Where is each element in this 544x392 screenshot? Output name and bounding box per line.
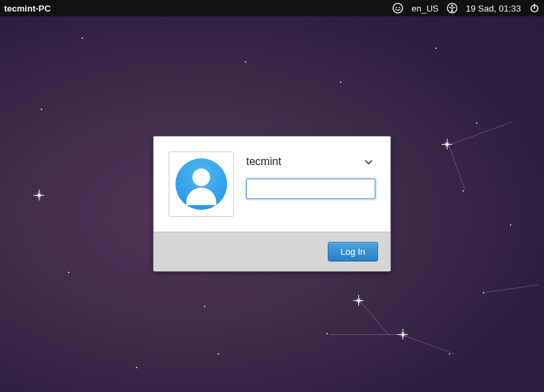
language-label: en_US — [411, 3, 439, 14]
clock-indicator[interactable]: 19 Sad, 01:33 — [466, 3, 521, 14]
password-input[interactable] — [246, 179, 375, 199]
accessibility-icon[interactable] — [447, 3, 458, 14]
svg-point-0 — [393, 3, 403, 13]
hostname-label: tecmint-PC — [4, 3, 51, 14]
user-avatar-frame — [169, 152, 234, 217]
username-label: tecmint — [246, 156, 282, 168]
svg-point-2 — [398, 7, 400, 8]
login-bottom-bar: Log In — [154, 232, 390, 271]
indicator-desktop-icon[interactable] — [392, 3, 403, 14]
power-icon[interactable] — [529, 3, 540, 14]
login-dialog: tecmint Log In — [153, 136, 391, 272]
language-indicator[interactable]: en_US — [411, 3, 439, 14]
user-avatar-icon — [175, 158, 227, 210]
login-top-section: tecmint — [154, 137, 390, 232]
svg-point-1 — [396, 7, 397, 8]
top-panel: tecmint-PC en_US 19 Sad, 01:33 — [0, 0, 544, 16]
login-button[interactable]: Log In — [328, 242, 378, 262]
svg-point-4 — [452, 5, 454, 7]
username-selector[interactable]: tecmint — [246, 152, 375, 171]
datetime-label: 19 Sad, 01:33 — [466, 3, 521, 14]
login-fields: tecmint — [246, 152, 375, 217]
chevron-down-icon[interactable] — [362, 153, 375, 171]
panel-hostname: tecmint-PC — [4, 3, 392, 14]
